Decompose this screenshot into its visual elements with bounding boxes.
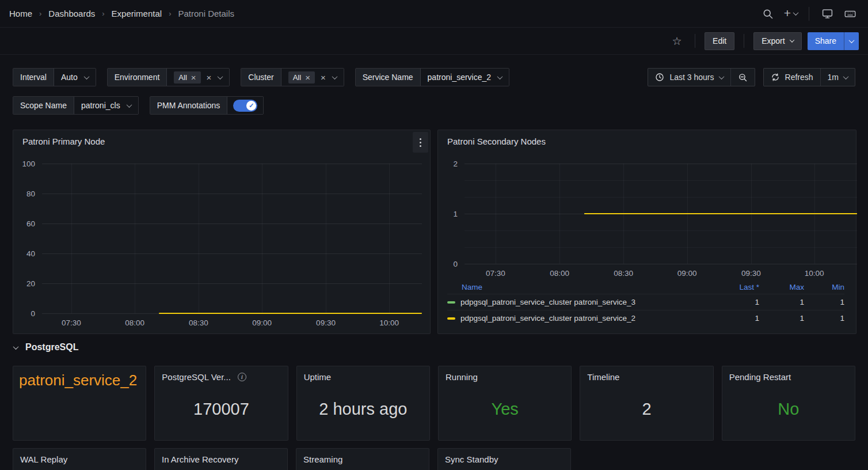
environment-label: Environment bbox=[108, 69, 167, 86]
clear-all-icon[interactable]: × bbox=[321, 73, 326, 82]
zoom-out-icon bbox=[738, 73, 748, 82]
service-name-value: patroni_service_2 bbox=[428, 73, 492, 82]
legend-series-name[interactable]: pdpgsql_patroni_service_cluster patroni_… bbox=[460, 314, 714, 323]
breadcrumb-separator: › bbox=[39, 9, 41, 18]
service-name-select[interactable]: patroni_service_2 bbox=[421, 69, 509, 86]
export-button[interactable]: Export bbox=[753, 32, 801, 50]
divider bbox=[809, 7, 809, 21]
clear-all-icon[interactable]: × bbox=[207, 73, 212, 82]
secondary-nodes-chart[interactable]: 01207:3008:0008:3009:0009:3010:00 bbox=[465, 164, 857, 264]
stat-panel-sync-standby[interactable]: Sync Standby bbox=[437, 448, 571, 470]
series-color-swatch bbox=[447, 301, 455, 304]
chevron-down-icon bbox=[843, 74, 849, 79]
cluster-chip-label: All bbox=[293, 73, 301, 82]
stat-panel-streaming[interactable]: Streaming bbox=[296, 448, 429, 470]
breadcrumb-separator: › bbox=[102, 9, 104, 18]
filters-row-1: Interval Auto Environment All × × Cluste… bbox=[13, 67, 855, 87]
cluster-variable: Cluster All × × bbox=[241, 68, 344, 86]
legend-min-value: 1 bbox=[804, 314, 844, 323]
pmm-annotations-control: PMM Annotations ✓ bbox=[150, 96, 264, 115]
stat-panel-running[interactable]: Running Yes bbox=[438, 366, 572, 441]
x-axis-tick-label: 08:30 bbox=[614, 269, 633, 278]
refresh-button[interactable]: Refresh bbox=[764, 69, 820, 86]
y-axis-tick-label: 100 bbox=[22, 160, 35, 168]
x-axis-tick-label: 07:30 bbox=[62, 319, 81, 327]
cluster-select[interactable]: All × × bbox=[281, 69, 344, 86]
scope-name-select[interactable]: patroni_cls bbox=[74, 97, 138, 114]
stat-title: Running bbox=[446, 372, 478, 382]
stat-panel-uptime[interactable]: Uptime 2 hours ago bbox=[296, 366, 430, 441]
stat-value: Yes bbox=[439, 382, 571, 440]
environment-chip[interactable]: All × bbox=[174, 71, 200, 84]
legend-row-patroni-service-2[interactable]: pdpgsql_patroni_service_cluster patroni_… bbox=[447, 310, 844, 326]
bottom-stats-row: WAL Replay In Archive Recovery Streaming… bbox=[13, 448, 571, 470]
refresh-group: Refresh 1m bbox=[763, 68, 855, 86]
favorite-star-button[interactable]: ☆ bbox=[668, 32, 686, 50]
refresh-icon bbox=[771, 73, 780, 82]
stat-title: WAL Replay bbox=[20, 454, 67, 464]
new-menu-button[interactable]: + bbox=[782, 5, 800, 22]
legend-series-name[interactable]: pdpgsql_patroni_service_cluster patroni_… bbox=[460, 298, 714, 306]
y-axis-tick-label: 20 bbox=[26, 279, 35, 288]
stat-panel-in-archive-recovery[interactable]: In Archive Recovery bbox=[154, 448, 288, 470]
breadcrumb: Home › Dashboards › Experimental › Patro… bbox=[9, 9, 234, 18]
info-icon[interactable]: i bbox=[238, 373, 246, 381]
section-header-postgresql[interactable]: PostgreSQL bbox=[14, 342, 78, 352]
chip-remove-icon[interactable]: × bbox=[191, 73, 196, 82]
breadcrumb-home[interactable]: Home bbox=[9, 9, 32, 18]
series-color-swatch bbox=[447, 317, 455, 320]
panel-patroni-secondary-nodes: Patroni Secondary Nodes 01207:3008:0008:… bbox=[437, 130, 856, 334]
time-range-label: Last 3 hours bbox=[669, 73, 714, 82]
interval-label: Interval bbox=[13, 69, 54, 86]
y-axis-tick-label: 0 bbox=[453, 260, 458, 268]
panel-menu-kebab-icon[interactable] bbox=[413, 132, 428, 153]
chevron-down-icon bbox=[793, 10, 799, 16]
x-axis-tick-label: 08:30 bbox=[189, 319, 208, 327]
edit-button[interactable]: Edit bbox=[705, 32, 734, 50]
legend-last-value: 1 bbox=[714, 298, 759, 306]
breadcrumb-experimental[interactable]: Experimental bbox=[112, 9, 162, 18]
chevron-down-icon bbox=[789, 37, 794, 42]
legend-col-name[interactable]: Name bbox=[447, 283, 714, 291]
stat-panel-postgresql-version[interactable]: PostgreSQL Ver... i 170007 bbox=[154, 366, 288, 441]
share-button[interactable]: Share bbox=[808, 32, 844, 50]
chevron-down-icon bbox=[849, 37, 855, 43]
search-icon[interactable] bbox=[759, 5, 776, 22]
stat-title: Pending Restart bbox=[729, 372, 791, 382]
zoom-out-button[interactable] bbox=[730, 69, 755, 86]
stat-panel-service-name[interactable]: patroni_service_2 bbox=[13, 366, 146, 441]
stat-panel-pending-restart[interactable]: Pending Restart No bbox=[722, 366, 855, 441]
time-range-picker[interactable]: Last 3 hours bbox=[648, 69, 730, 86]
share-dropdown-button[interactable] bbox=[844, 32, 859, 50]
toggle-knob: ✓ bbox=[246, 101, 256, 111]
primary-node-chart[interactable]: 02040608010007:3008:0008:3009:0009:3010:… bbox=[42, 164, 422, 313]
pmm-annotations-toggle[interactable]: ✓ bbox=[233, 100, 257, 112]
chevron-down-icon bbox=[718, 74, 724, 79]
cluster-chip[interactable]: All × bbox=[288, 71, 315, 84]
keyboard-shortcuts-button[interactable] bbox=[842, 5, 859, 22]
x-axis-tick-label: 09:00 bbox=[252, 319, 272, 327]
stat-panel-timeline[interactable]: Timeline 2 bbox=[580, 366, 713, 441]
environment-select[interactable]: All × × bbox=[167, 69, 229, 86]
y-axis-tick-label: 1 bbox=[453, 210, 458, 218]
tv-mode-button[interactable] bbox=[818, 5, 836, 22]
stat-value: 2 hours ago bbox=[297, 382, 429, 440]
refresh-interval-select[interactable]: 1m bbox=[820, 69, 855, 86]
interval-select[interactable]: Auto bbox=[54, 69, 96, 86]
chevron-down-icon bbox=[332, 74, 337, 79]
interval-variable: Interval Auto bbox=[13, 68, 96, 86]
stat-panel-wal-replay[interactable]: WAL Replay bbox=[13, 448, 146, 470]
breadcrumb-dashboards[interactable]: Dashboards bbox=[48, 9, 95, 18]
panel-title: Patroni Secondary Nodes bbox=[438, 130, 856, 153]
chip-remove-icon[interactable]: × bbox=[305, 73, 310, 82]
grafana-dashboard: { "breadcrumb": { "items": ["Home", "Das… bbox=[0, 0, 868, 470]
legend-col-last[interactable]: Last * bbox=[714, 283, 759, 291]
x-axis-tick-label: 08:00 bbox=[125, 319, 144, 327]
time-controls: Last 3 hours Refresh 1m bbox=[648, 68, 855, 86]
legend-min-value: 1 bbox=[804, 298, 844, 306]
legend-col-min[interactable]: Min bbox=[804, 283, 844, 291]
legend-col-max[interactable]: Max bbox=[759, 283, 804, 291]
star-icon: ☆ bbox=[672, 35, 682, 48]
legend-row-patroni-service-3[interactable]: pdpgsql_patroni_service_cluster patroni_… bbox=[447, 294, 844, 310]
keyboard-icon bbox=[844, 7, 856, 20]
